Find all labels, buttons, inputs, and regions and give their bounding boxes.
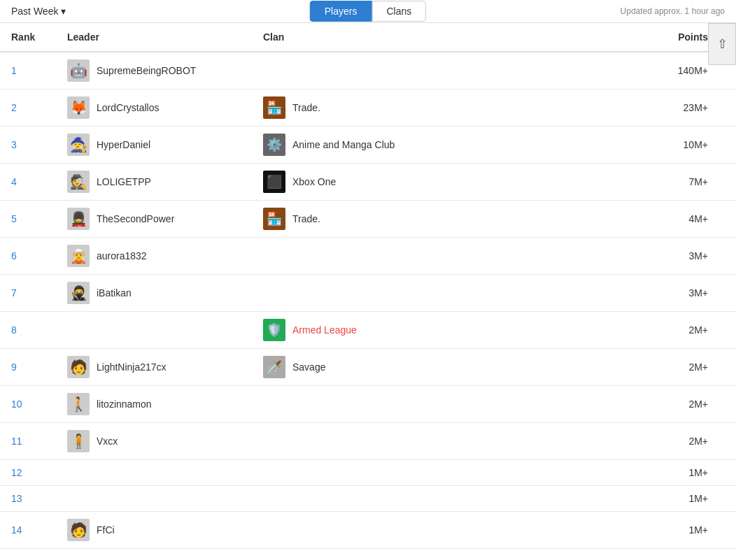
table-row: 121M+ [0, 460, 736, 486]
table-row: 3 🧙 HyperDaniel ⚙️ Anime and Manga Club … [0, 127, 736, 164]
table-row: 2 🦊 LordCrystallos 🏪 Trade. 23M+ [0, 89, 736, 127]
avatar: 🕵 [67, 171, 90, 193]
tab-clans[interactable]: Clans [371, 1, 426, 22]
player-cell: 💂 TheSecondPower [67, 208, 241, 230]
points-value: 3M+ [688, 287, 708, 299]
top-bar: Past Week ▾ Players Clans Updated approx… [0, 0, 736, 23]
player-name[interactable]: LightNinja217cx [97, 361, 167, 373]
avatar: 💂 [67, 208, 90, 230]
leader-cell: 🚶 litozinnamon [56, 386, 252, 423]
col-clan: Clan [252, 23, 504, 52]
points-cell: 2M+ [504, 312, 736, 349]
rank-number: 14 [11, 524, 22, 536]
points-value: 23M+ [684, 102, 708, 113]
player-name[interactable]: SupremeBeingROBOT [97, 65, 196, 76]
rank-cell: 8 [0, 312, 56, 349]
player-name[interactable]: LordCrystallos [97, 102, 159, 113]
rank-cell: 2 [0, 89, 56, 127]
player-cell: 🕵 LOLIGETPP [67, 171, 241, 193]
rank-cell: 7 [0, 275, 56, 312]
points-cell: 1M+ [504, 512, 736, 549]
clan-cell [252, 52, 504, 89]
clan-name[interactable]: Armed League [292, 324, 357, 336]
avatar: 🧍 [67, 430, 90, 452]
leader-cell: 🥷 iBatikan [56, 275, 252, 312]
leader-cell: 🧑 LightNinja217cx [56, 349, 252, 386]
clan-cell: ⬛ Xbox One [252, 164, 504, 201]
points-cell: 1M+ [504, 486, 736, 512]
player-name[interactable]: iBatikan [97, 287, 132, 299]
clan-name[interactable]: Savage [292, 361, 325, 373]
clan-icon: ⚙️ [263, 134, 285, 156]
points-cell: 7M+ [504, 164, 736, 201]
filter-dropdown[interactable]: Past Week ▾ [11, 6, 66, 17]
points-value: 3M+ [688, 250, 708, 261]
rank-number: 1 [11, 65, 17, 76]
updated-text: Updated approx. 1 hour ago [621, 6, 725, 16]
avatar: 🧙 [67, 134, 90, 156]
leader-cell [56, 460, 252, 486]
scroll-top-button[interactable]: ⇧ [708, 23, 736, 65]
leader-cell: 🧍 Vxcx [56, 423, 252, 460]
player-cell: 🧑 FfCi [67, 519, 241, 541]
leader-cell: 🦊 LordCrystallos [56, 89, 252, 127]
rank-number: 6 [11, 250, 17, 261]
points-value: 2M+ [688, 361, 708, 373]
points-cell: 3M+ [504, 238, 736, 275]
table-body: 1 🤖 SupremeBeingROBOT 140M+2 🦊 LordCryst… [0, 52, 736, 549]
player-name[interactable]: Vxcx [97, 436, 118, 447]
rank-number: 7 [11, 287, 17, 299]
points-cell: 3M+ [504, 275, 736, 312]
player-cell: 🤖 SupremeBeingROBOT [67, 59, 241, 82]
clan-name[interactable]: Trade. [292, 102, 320, 113]
player-cell: 🧝 aurora1832 [67, 245, 241, 267]
avatar: 🧑 [67, 519, 90, 541]
rank-cell: 12 [0, 460, 56, 486]
clan-name[interactable]: Trade. [292, 213, 320, 224]
player-cell: 🧑 LightNinja217cx [67, 356, 241, 378]
player-name[interactable]: litozinnamon [97, 399, 152, 410]
points-value: 2M+ [688, 399, 708, 410]
rank-cell: 6 [0, 238, 56, 275]
player-cell: 🧙 HyperDaniel [67, 134, 241, 156]
filter-label: Past Week [11, 6, 58, 17]
player-name[interactable]: TheSecondPower [97, 213, 174, 224]
clan-info: 🗡️ Savage [263, 356, 493, 378]
clan-cell: ⚙️ Anime and Manga Club [252, 127, 504, 164]
rank-number: 8 [11, 324, 17, 336]
leader-cell: 🤖 SupremeBeingROBOT [56, 52, 252, 89]
clan-name[interactable]: Anime and Manga Club [292, 139, 395, 150]
rank-number: 13 [11, 493, 22, 504]
player-name[interactable]: aurora1832 [97, 250, 147, 261]
table-row: 8 🛡️ Armed League 2M+ [0, 312, 736, 349]
player-cell: 🥷 iBatikan [67, 282, 241, 304]
chevron-up-icon: ⇧ [717, 36, 728, 52]
player-name[interactable]: LOLIGETPP [97, 176, 151, 187]
leader-cell [56, 312, 252, 349]
rank-cell: 14 [0, 512, 56, 549]
clan-cell: 🛡️ Armed League [252, 312, 504, 349]
leader-cell: 🧝 aurora1832 [56, 238, 252, 275]
points-cell: 4M+ [504, 201, 736, 238]
rank-number: 2 [11, 102, 17, 113]
clan-icon: 🗡️ [263, 356, 285, 378]
points-cell: 2M+ [504, 386, 736, 423]
points-cell: 140M+ [504, 52, 736, 89]
player-name[interactable]: FfCi [97, 524, 115, 536]
tab-players[interactable]: Players [310, 1, 372, 22]
table-row: 9 🧑 LightNinja217cx 🗡️ Savage 2M+ [0, 349, 736, 386]
clan-info: ⬛ Xbox One [263, 171, 493, 193]
tab-group: Players Clans [310, 1, 426, 22]
col-leader: Leader [56, 23, 252, 52]
leader-cell: 🕵 LOLIGETPP [56, 164, 252, 201]
player-name[interactable]: HyperDaniel [97, 139, 150, 150]
clan-name[interactable]: Xbox One [292, 176, 336, 187]
rank-number: 4 [11, 176, 17, 187]
rank-number: 12 [11, 467, 22, 478]
clan-info: 🏪 Trade. [263, 96, 493, 119]
avatar: 🤖 [67, 59, 90, 82]
clan-cell [252, 486, 504, 512]
points-cell: 2M+ [504, 423, 736, 460]
table-row: 11 🧍 Vxcx 2M+ [0, 423, 736, 460]
rank-number: 10 [11, 399, 22, 410]
